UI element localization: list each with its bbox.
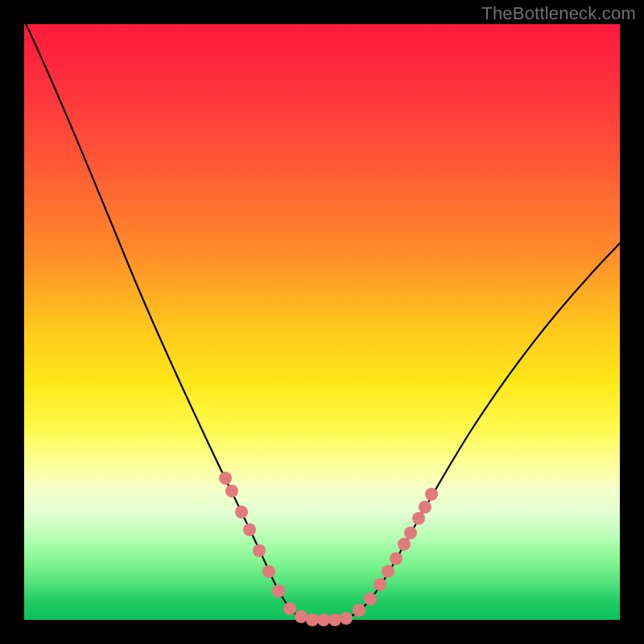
marker-dot [425,488,438,501]
marker-dot [219,472,232,485]
marker-dot [374,578,386,591]
marker-dot [225,485,238,497]
bottleneck-curve-layer [24,24,620,620]
marker-dot [243,523,256,536]
marker-dot [283,602,296,615]
marker-dot [382,565,394,578]
marker-dot [295,610,308,623]
marker-dot [253,544,266,557]
marker-dot [353,604,365,617]
marker-dot [328,613,341,626]
marker-dot [340,612,353,625]
bottleneck-curve [24,20,620,620]
watermark-text: TheBottleneck.com [481,3,636,24]
marker-dot [235,506,248,518]
marker-dot [404,526,417,539]
marker-dot [390,552,402,565]
marker-dot [262,565,275,578]
marker-dot [419,501,431,514]
chart-frame: TheBottleneck.com [0,0,644,644]
plot-area [24,24,620,620]
marker-dot [272,584,285,597]
marker-dot [364,592,377,605]
marker-dot [398,538,411,551]
marker-dot [412,512,425,525]
marker-dot [317,613,330,626]
marker-dot [306,613,319,626]
